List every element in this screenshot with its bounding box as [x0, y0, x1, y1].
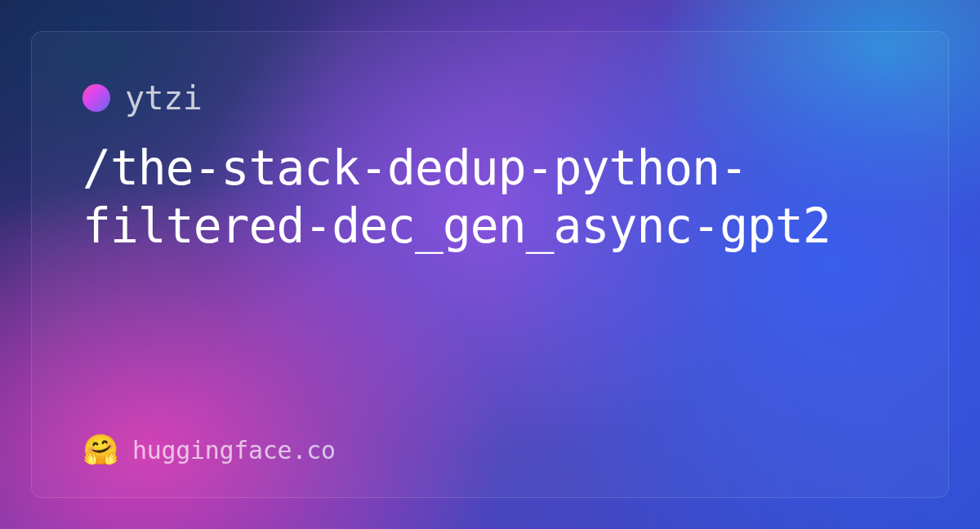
footer-row: 🤗 huggingface.co: [82, 435, 898, 465]
owner-avatar-icon: [82, 84, 110, 112]
owner-row: ytzi: [82, 79, 898, 117]
social-card: ytzi /the-stack-dedup-python-filtered-de…: [31, 31, 949, 498]
footer-site: huggingface.co: [132, 436, 336, 465]
huggingface-icon: 🤗: [82, 435, 119, 465]
repo-path: /the-stack-dedup-python-filtered-dec_gen…: [82, 140, 898, 256]
owner-name: ytzi: [125, 79, 202, 117]
spacer: [82, 256, 898, 436]
